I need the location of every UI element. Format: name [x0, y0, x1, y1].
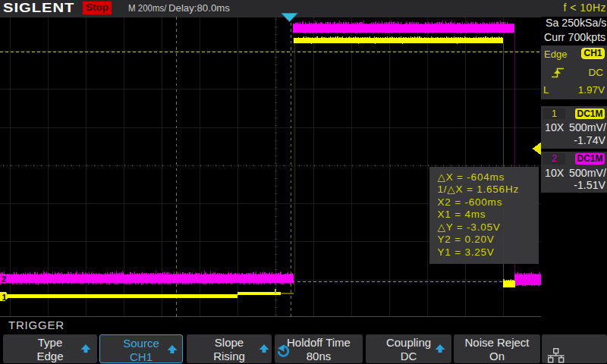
svg-text:1: 1	[2, 293, 7, 302]
svg-text:2: 2	[2, 275, 6, 284]
